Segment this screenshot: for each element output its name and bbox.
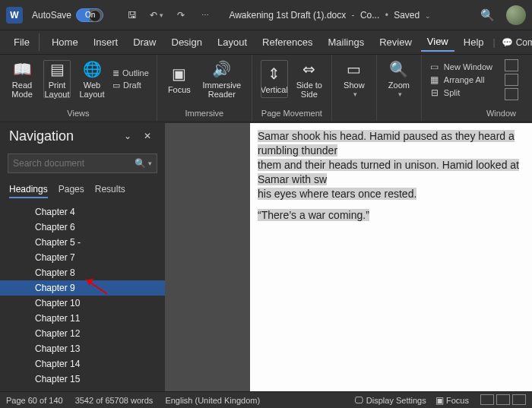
print-layout-button[interactable]: ▤Print Layout	[43, 59, 71, 99]
title-bar: W AutoSave On 🖫 ↶▾ ↷ ⋯ Awakening 1st Dra…	[0, 0, 532, 30]
heading-item[interactable]: Chapter 4	[0, 204, 165, 220]
show-button[interactable]: ▭Show▾	[340, 59, 369, 99]
group-label: Views	[8, 107, 149, 119]
status-page[interactable]: Page 60 of 140	[6, 396, 63, 405]
read-view-icon[interactable]	[480, 394, 494, 405]
menu-draw[interactable]: Draw	[127, 33, 162, 51]
heading-item[interactable]: Chapter 11	[0, 311, 165, 326]
save-icon[interactable]: 🖫	[122, 5, 142, 25]
ribbon-group-show: ▭Show▾	[332, 55, 376, 121]
heading-item[interactable]: Chapter 14	[0, 356, 165, 372]
menu-layout[interactable]: Layout	[211, 33, 253, 51]
heading-item[interactable]: Chapter 9	[0, 280, 165, 296]
menu-insert[interactable]: Insert	[87, 33, 125, 51]
comments-button[interactable]: 💬 Comments	[502, 37, 532, 48]
display-settings-button[interactable]: 🖵 Display Settings	[354, 395, 426, 406]
menu-references[interactable]: References	[256, 33, 318, 51]
navigation-title: Navigation	[9, 128, 116, 144]
arrange-icon: ▦	[429, 74, 440, 85]
monitor-icon: 🖵	[354, 395, 366, 406]
quickaccess-overflow-icon[interactable]: ⋯	[195, 5, 215, 25]
chevron-down-icon: ▾	[398, 91, 402, 99]
search-document[interactable]: 🔍▾	[8, 153, 157, 173]
undo-icon[interactable]: ↶▾	[147, 5, 166, 25]
reset-pos-icon[interactable]	[505, 88, 518, 100]
document-text[interactable]: them and their heads turned in unison. H…	[258, 159, 519, 185]
menu-design[interactable]: Design	[166, 33, 208, 51]
tab-headings[interactable]: Headings	[9, 184, 48, 198]
read-mode-button[interactable]: 📖Read Mode	[8, 59, 36, 99]
autosave-label: AutoSave	[32, 10, 71, 21]
ribbon-group-zoom: 🔍Zoom▾	[376, 55, 421, 121]
menu-mailings[interactable]: Mailings	[322, 33, 371, 51]
search-icon[interactable]: 🔍	[135, 158, 146, 169]
heading-item[interactable]: Chapter 7	[0, 250, 165, 265]
search-icon[interactable]: 🔍	[477, 5, 497, 25]
menu-home[interactable]: Home	[46, 33, 84, 51]
ribbon-group-views: 📖Read Mode ▤Print Layout 🌐Web Layout ≣Ou…	[0, 55, 157, 121]
search-input[interactable]	[13, 158, 135, 169]
document-page[interactable]: Samar shook his head. Hamid paused as th…	[250, 123, 532, 391]
heading-item[interactable]: Chapter 6	[0, 220, 165, 235]
page-icon: ▤	[50, 59, 65, 79]
chevron-down-icon[interactable]: ⌄	[425, 12, 431, 20]
menu-view[interactable]: View	[421, 33, 454, 52]
autosave-toggle[interactable]: AutoSave On	[32, 8, 118, 22]
ribbon: 📖Read Mode ▤Print Layout 🌐Web Layout ≣Ou…	[0, 55, 532, 123]
menu-review[interactable]: Review	[373, 33, 418, 51]
menu-help[interactable]: Help	[458, 33, 490, 51]
outline-button[interactable]: ≣Outline	[112, 68, 149, 78]
navigation-tabs: Headings Pages Results	[0, 178, 165, 201]
comment-icon: 💬	[502, 37, 513, 48]
group-label: Page Movement	[260, 107, 324, 119]
document-title[interactable]: Awakening 1st Draft (1).docx - Co... • S…	[229, 10, 430, 21]
vertical-button[interactable]: ⇕Vertical	[260, 59, 289, 99]
immersive-reader-button[interactable]: 🔊Immersive Reader	[200, 59, 244, 99]
status-word-count[interactable]: 3542 of 65708 words	[75, 396, 154, 405]
split-icon: ⊟	[429, 87, 440, 98]
navigation-pane: Navigation ⌄ ✕ 🔍▾ Headings Pages Results…	[0, 123, 165, 391]
print-view-icon[interactable]	[496, 394, 510, 405]
tab-pages[interactable]: Pages	[59, 184, 84, 198]
close-icon[interactable]: ✕	[139, 128, 156, 144]
autosave-state: On	[85, 11, 95, 19]
ribbon-group-pagemovement: ⇕Vertical ⇔Side to Side Page Movement	[252, 55, 332, 121]
heading-item[interactable]: Chapter 12	[0, 326, 165, 341]
focus-button[interactable]: ▣ Focus	[435, 395, 469, 406]
heading-item[interactable]: Chapter 10	[0, 296, 165, 311]
heading-item[interactable]: Chapter 13	[0, 341, 165, 356]
web-layout-button[interactable]: 🌐Web Layout	[78, 59, 106, 99]
new-window-button[interactable]: ▭New Window	[429, 62, 492, 72]
view-buttons[interactable]	[478, 394, 526, 406]
user-avatar[interactable]	[506, 5, 526, 25]
zoom-button[interactable]: 🔍Zoom▾	[385, 59, 413, 99]
focus-button[interactable]: ▣Focus	[165, 59, 194, 99]
heading-item[interactable]: Chapter 15	[0, 372, 165, 387]
arrange-all-button[interactable]: ▦Arrange All	[429, 74, 492, 85]
window-icons[interactable]	[505, 59, 518, 100]
chevron-down-icon[interactable]: ⌄	[119, 128, 136, 144]
side-icon: ⇔	[302, 59, 315, 79]
redo-icon[interactable]: ↷	[171, 5, 191, 25]
heading-item[interactable]: Chapter 5 -	[0, 235, 165, 250]
chevron-down-icon[interactable]: ▾	[148, 160, 152, 167]
document-text[interactable]: his eyes where tears once rested.	[258, 188, 416, 200]
status-bar: Page 60 of 140 3542 of 65708 words Engli…	[0, 391, 532, 408]
draft-button[interactable]: ▭Draft	[112, 81, 149, 90]
sync-scroll-icon[interactable]	[505, 74, 518, 86]
menu-file[interactable]: File	[8, 33, 40, 51]
chevron-down-icon: ▾	[353, 91, 357, 99]
view-side-icon[interactable]	[505, 59, 518, 71]
document-text[interactable]: “There’s a war coming.”	[258, 209, 369, 221]
menu-bar: File Home Insert Draw Design Layout Refe…	[0, 30, 532, 55]
ribbon-group-immersive: ▣Focus 🔊Immersive Reader Immersive	[157, 55, 252, 121]
word-app-icon: W	[6, 7, 23, 24]
status-language[interactable]: English (United Kingdom)	[165, 396, 260, 405]
side-to-side-button[interactable]: ⇔Side to Side	[295, 59, 324, 99]
globe-icon: 🌐	[83, 59, 102, 79]
split-button[interactable]: ⊟Split	[429, 87, 492, 98]
tab-results[interactable]: Results	[95, 184, 125, 198]
document-area[interactable]: Samar shook his head. Hamid paused as th…	[165, 123, 532, 391]
document-text[interactable]: Samar shook his head. Hamid paused as th…	[258, 130, 515, 157]
web-view-icon[interactable]	[512, 394, 526, 405]
